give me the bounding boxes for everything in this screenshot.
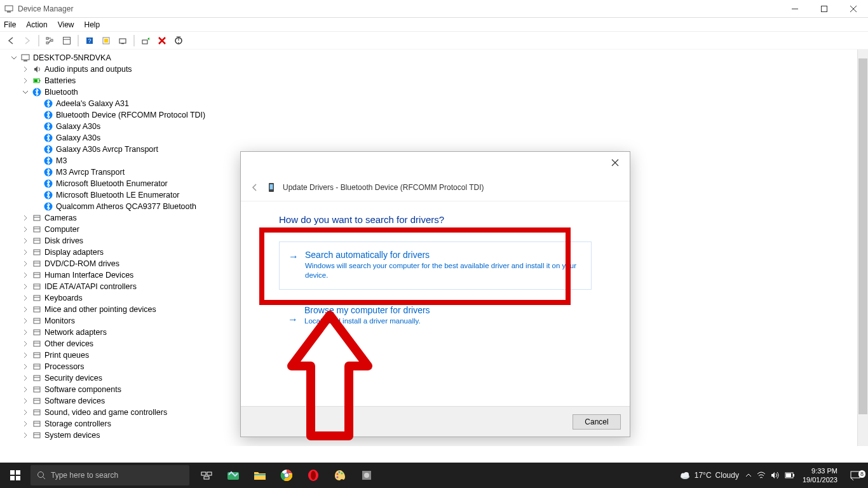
dialog-question: How do you want to search for drivers?: [279, 214, 592, 225]
close-button[interactable]: [839, 0, 868, 18]
notification-center-button[interactable]: 8: [843, 470, 868, 480]
svg-rect-59: [34, 341, 40, 346]
tree-category[interactable]: Audio inputs and outputs: [10, 64, 868, 75]
tree-category-label: Monitors: [44, 315, 75, 327]
chevron-right-icon[interactable]: [22, 340, 29, 348]
menu-file[interactable]: File: [4, 20, 16, 29]
chevron-right-icon[interactable]: [22, 317, 29, 325]
tree-category-label: Mice and other pointing devices: [44, 304, 156, 315]
svg-rect-55: [34, 318, 40, 323]
dialog-close-button[interactable]: [600, 153, 630, 172]
chevron-right-icon[interactable]: [22, 226, 29, 233]
menu-view[interactable]: View: [58, 20, 74, 29]
battery-icon: [32, 76, 42, 86]
window-titlebar: Device Manager: [0, 0, 868, 18]
show-hidden-icon[interactable]: [99, 34, 113, 48]
task-view-button[interactable]: [193, 463, 220, 488]
disable-icon[interactable]: [172, 34, 186, 48]
tree-device[interactable]: Galaxy A30s: [10, 132, 868, 144]
chevron-down-icon[interactable]: [10, 54, 18, 62]
tree-category-label: Storage controllers: [44, 418, 111, 430]
tree-root[interactable]: DESKTOP-5NRDVKA: [10, 52, 868, 64]
toolbar-separator: [133, 35, 135, 46]
tree-category-label: Processors: [44, 361, 85, 372]
scan-hardware-icon[interactable]: [116, 34, 130, 48]
dialog-back-button[interactable]: [250, 182, 260, 193]
vertical-scrollbar[interactable]: [857, 50, 868, 446]
chevron-right-icon[interactable]: [22, 306, 29, 313]
taskbar-app[interactable]: [220, 463, 247, 488]
menu-action[interactable]: Action: [26, 20, 47, 29]
device-category-icon: [32, 316, 42, 326]
taskbar-search[interactable]: Type here to search: [31, 465, 189, 485]
chevron-right-icon[interactable]: [22, 420, 29, 428]
bluetooth-icon: [43, 110, 53, 120]
chevron-right-icon[interactable]: [22, 294, 29, 302]
svg-rect-17: [142, 40, 147, 44]
chevron-right-icon[interactable]: [22, 237, 29, 245]
svg-rect-75: [34, 433, 40, 438]
tray-volume-icon[interactable]: [771, 471, 780, 479]
chevron-right-icon[interactable]: [22, 351, 29, 359]
svg-point-85: [38, 472, 44, 478]
chevron-right-icon[interactable]: [22, 397, 29, 405]
forward-button[interactable]: [20, 34, 34, 48]
device-category-icon: [32, 430, 42, 440]
scrollbar-thumb[interactable]: [858, 58, 867, 414]
computer-icon: [20, 53, 31, 63]
help-icon[interactable]: ?: [83, 34, 97, 48]
device-category-icon: [32, 419, 42, 429]
minimize-button[interactable]: [780, 0, 810, 18]
tray-network-icon[interactable]: [757, 471, 766, 479]
menu-help[interactable]: Help: [85, 20, 100, 29]
taskbar-app-explorer[interactable]: [247, 463, 273, 488]
tree-category-bluetooth[interactable]: Bluetooth: [10, 86, 868, 98]
chevron-right-icon[interactable]: [22, 386, 29, 393]
device-category-icon: [32, 236, 42, 246]
taskbar-weather[interactable]: 17°C Cloudy: [679, 471, 739, 480]
option-search-automatically[interactable]: → Search automatically for drivers Windo…: [279, 241, 592, 290]
svg-point-96: [311, 471, 316, 480]
tree-category-label: Display adapters: [44, 247, 104, 258]
taskbar-clock[interactable]: 9:33 PM 19/01/2023: [797, 466, 843, 484]
chevron-right-icon[interactable]: [22, 77, 29, 85]
maximize-button[interactable]: [810, 0, 839, 18]
option-browse-computer[interactable]: → Browse my computer for drivers Locate …: [279, 305, 592, 326]
tray-chevron-icon[interactable]: [745, 472, 752, 478]
uninstall-icon[interactable]: [155, 34, 169, 48]
svg-rect-15: [119, 39, 126, 43]
chevron-right-icon[interactable]: [22, 260, 29, 268]
svg-rect-1: [7, 11, 11, 13]
start-button[interactable]: [0, 463, 31, 488]
tree-device[interactable]: Adeela's Galaxy A31: [10, 98, 868, 109]
properties-icon[interactable]: [60, 34, 74, 48]
clock-time: 9:33 PM: [803, 466, 837, 475]
tree-device[interactable]: Bluetooth Device (RFCOMM Protocol TDI): [10, 109, 868, 121]
update-driver-icon[interactable]: [139, 34, 153, 48]
chevron-right-icon[interactable]: [22, 409, 29, 416]
chevron-right-icon[interactable]: [22, 431, 29, 439]
chevron-right-icon[interactable]: [22, 329, 29, 336]
tree-device[interactable]: Galaxy A30s: [10, 121, 868, 132]
option-description: Windows will search your computer for th…: [305, 261, 581, 280]
tree-view-icon[interactable]: [43, 34, 57, 48]
taskbar-app-chrome[interactable]: [273, 463, 300, 488]
back-button[interactable]: [4, 34, 18, 48]
chevron-right-icon[interactable]: [22, 283, 29, 290]
taskbar-app-paint[interactable]: [327, 463, 353, 488]
svg-text:?: ?: [88, 37, 91, 44]
device-category-icon: [32, 293, 42, 303]
chevron-right-icon[interactable]: [22, 374, 29, 382]
svg-rect-24: [39, 80, 41, 81]
chevron-right-icon[interactable]: [22, 65, 29, 73]
tree-category[interactable]: Batteries: [10, 75, 868, 86]
chevron-down-icon[interactable]: [22, 88, 29, 96]
chevron-right-icon[interactable]: [22, 248, 29, 256]
taskbar-app-opera[interactable]: [300, 463, 327, 488]
chevron-right-icon[interactable]: [22, 271, 29, 279]
chevron-right-icon[interactable]: [22, 214, 29, 222]
chevron-right-icon[interactable]: [22, 363, 29, 370]
cancel-button[interactable]: Cancel: [573, 414, 621, 430]
tray-battery-icon[interactable]: [785, 472, 795, 478]
taskbar-app[interactable]: [353, 463, 380, 488]
